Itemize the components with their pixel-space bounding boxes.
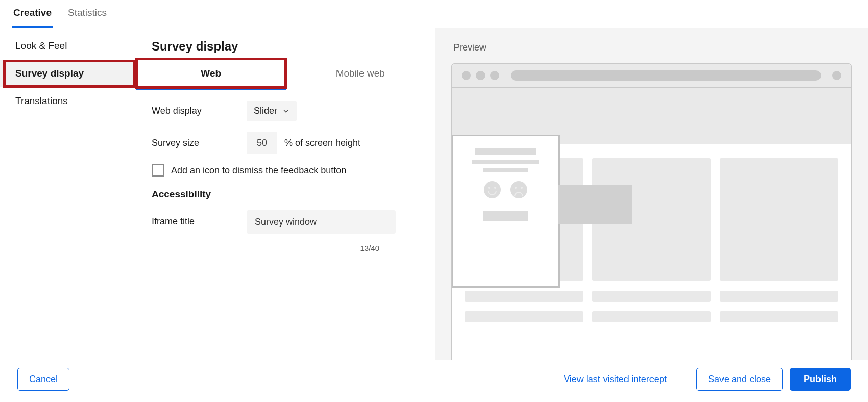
window-dot <box>462 71 471 80</box>
dismiss-icon-label: Add an icon to dismiss the feedback butt… <box>171 165 346 176</box>
tab-mobile-web[interactable]: Mobile web <box>286 59 436 90</box>
survey-size-input[interactable] <box>247 132 277 154</box>
preview-submit-placeholder <box>483 211 528 221</box>
preview-survey-slider <box>451 135 560 288</box>
preview-browser-chrome <box>452 64 851 88</box>
preview-label: Preview <box>453 42 852 53</box>
save-and-close-button[interactable]: Save and close <box>696 368 783 391</box>
device-tabs: Web Mobile web <box>136 59 435 90</box>
happy-face-icon <box>484 181 501 198</box>
preview-window <box>451 63 852 360</box>
preview-site-body <box>452 144 851 337</box>
sidebar-item-look-feel[interactable]: Look & Feel <box>0 32 136 60</box>
dismiss-icon-checkbox[interactable] <box>152 164 164 177</box>
footer: Cancel View last visited intercept Save … <box>0 360 868 402</box>
preview-dimmed-area <box>558 185 632 224</box>
web-display-value: Slider <box>254 106 277 116</box>
iframe-title-counter: 13/40 <box>152 244 379 253</box>
survey-size-suffix: % of screen height <box>284 138 360 148</box>
accessibility-heading: Accessibility <box>152 189 420 200</box>
address-bar <box>511 70 821 81</box>
preview-card <box>720 158 838 281</box>
sad-face-icon <box>510 181 527 198</box>
page-title: Survey display <box>152 39 420 54</box>
publish-button[interactable]: Publish <box>790 368 851 391</box>
web-display-select[interactable]: Slider <box>247 100 297 121</box>
tab-web[interactable]: Web <box>136 59 286 90</box>
survey-size-label: Survey size <box>152 138 247 148</box>
window-dot <box>490 71 499 80</box>
settings-panel: Survey display Web Mobile web Web displa… <box>136 28 435 360</box>
iframe-title-input[interactable] <box>247 210 396 234</box>
top-tabs: Creative Statistics <box>0 0 868 28</box>
cancel-button[interactable]: Cancel <box>17 368 69 391</box>
sidebar: Look & Feel Survey display Translations <box>0 28 136 360</box>
iframe-title-label: Iframe title <box>152 210 247 227</box>
sidebar-item-survey-display[interactable]: Survey display <box>0 60 136 87</box>
tab-statistics[interactable]: Statistics <box>67 0 108 28</box>
window-dot <box>832 71 841 80</box>
view-last-intercept-link[interactable]: View last visited intercept <box>564 374 667 385</box>
tab-creative[interactable]: Creative <box>12 0 53 28</box>
web-display-label: Web display <box>152 106 247 116</box>
preview-pane: Preview <box>435 28 868 360</box>
chevron-down-icon <box>282 108 290 115</box>
window-dot <box>476 71 485 80</box>
sidebar-item-translations[interactable]: Translations <box>0 87 136 115</box>
